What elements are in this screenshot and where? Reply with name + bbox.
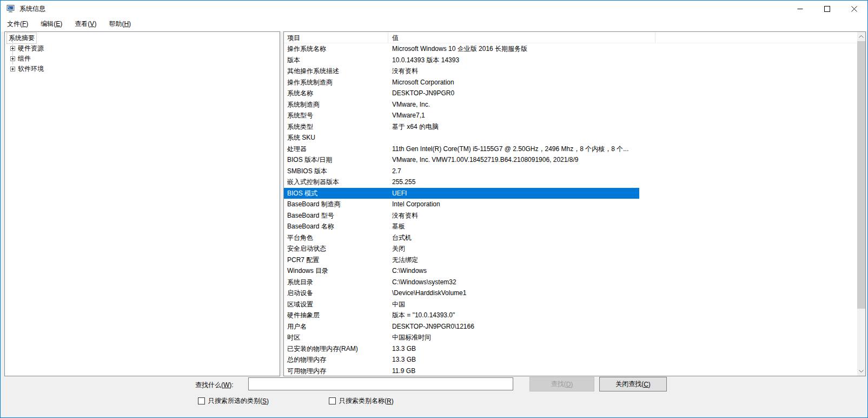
value-cell: Microsoft Corporation xyxy=(388,77,639,88)
item-cell: 已安装的物理内存(RAM) xyxy=(284,343,388,355)
table-row[interactable]: 系统型号VMware7,1 xyxy=(284,110,639,121)
table-row[interactable]: 时区中国标准时间 xyxy=(284,332,639,343)
scroll-up-button[interactable] xyxy=(857,32,865,41)
label-text: ) xyxy=(26,20,28,28)
tree-item[interactable]: 硬件资源 xyxy=(5,43,280,54)
table-row[interactable]: 总的物理内存13.3 GB xyxy=(284,354,639,365)
search-category-names-checkbox-row[interactable]: 只搜索类别名称(R) xyxy=(329,396,394,406)
window-title: 系统信息 xyxy=(19,4,45,14)
item-cell: 处理器 xyxy=(284,143,388,155)
menu-item-help[interactable]: 帮助(H) xyxy=(103,17,137,31)
close-icon xyxy=(851,6,857,12)
table-row[interactable]: BaseBoard 制造商Intel Corporation xyxy=(284,199,639,210)
value-cell: 没有资料 xyxy=(388,66,639,77)
close-button[interactable] xyxy=(840,1,867,17)
table-row[interactable]: 处理器11th Gen Intel(R) Core(TM) i5-1155G7 … xyxy=(284,143,639,155)
column-divider[interactable] xyxy=(388,32,388,43)
titlebar[interactable]: 系统信息 xyxy=(1,1,867,17)
chevron-up-icon xyxy=(859,35,864,38)
table-row[interactable]: 操作系统名称Microsoft Windows 10 企业版 2016 长期服务… xyxy=(284,43,639,55)
find-what-input[interactable] xyxy=(248,377,513,390)
value-cell: 关闭 xyxy=(388,243,639,254)
table-row[interactable]: Windows 目录C:\Windows xyxy=(284,265,639,277)
menu-item-edit[interactable]: 编辑(E) xyxy=(35,17,68,31)
close-find-button[interactable]: 关闭查找(C) xyxy=(599,377,667,391)
column-divider[interactable] xyxy=(655,32,655,43)
maximize-icon xyxy=(824,6,830,12)
checkbox-icon[interactable] xyxy=(329,397,336,404)
label-text: ) xyxy=(571,381,573,388)
tree-item-system-summary[interactable]: 系统摘要 xyxy=(7,33,36,43)
checkbox-icon[interactable] xyxy=(198,397,205,404)
value-cell: 2.7 xyxy=(388,166,639,177)
column-header-value[interactable]: 值 xyxy=(392,34,399,43)
table-row[interactable]: 启动设备\Device\HarddiskVolume1 xyxy=(284,288,639,299)
item-cell: Windows 目录 xyxy=(284,265,388,277)
scrollbar-thumb[interactable] xyxy=(857,41,865,309)
table-row[interactable]: 平台角色台式机 xyxy=(284,232,639,244)
label-text: H xyxy=(124,20,129,28)
plus-expand-icon[interactable] xyxy=(10,46,15,51)
find-button[interactable]: 查找(D) xyxy=(529,377,594,391)
tree-item[interactable]: 软件环境 xyxy=(5,64,280,74)
table-row[interactable]: PCR7 配置无法绑定 xyxy=(284,254,639,266)
label-text: ) xyxy=(129,20,131,28)
table-row[interactable]: BIOS 模式UEFI xyxy=(284,188,639,199)
value-cell: C:\Windows\system32 xyxy=(388,277,639,288)
table-row[interactable]: 区域设置中国 xyxy=(284,299,639,310)
table-row[interactable]: 已安装的物理内存(RAM)13.3 GB xyxy=(284,343,639,355)
search-selected-category-checkbox-row[interactable]: 只搜索所选的类别(S) xyxy=(198,396,269,406)
menu-item-view[interactable]: 查看(V) xyxy=(69,17,102,31)
table-row[interactable]: 系统制造商VMware, Inc. xyxy=(284,99,639,110)
item-cell: 操作系统制造商 xyxy=(284,77,388,88)
maximize-button[interactable] xyxy=(813,1,840,17)
detail-list-panel: 项目 值 操作系统名称Microsoft Windows 10 企业版 2016… xyxy=(283,31,866,376)
vertical-scrollbar[interactable] xyxy=(857,32,865,376)
menu-item-file[interactable]: 文件(F) xyxy=(1,17,34,31)
tree-item-label: 组件 xyxy=(18,54,31,63)
scroll-down-button[interactable] xyxy=(857,367,865,376)
find-what-label: 查找什么(W): xyxy=(195,381,234,390)
table-row[interactable]: 系统 SKU xyxy=(284,132,639,143)
item-cell: 系统类型 xyxy=(284,121,388,133)
table-row[interactable]: 系统名称DESKTOP-JN9PGR0 xyxy=(284,88,639,99)
table-row[interactable]: BaseBoard 名称基板 xyxy=(284,221,639,232)
table-row[interactable]: 操作系统制造商Microsoft Corporation xyxy=(284,77,639,88)
table-row[interactable]: 硬件抽象层版本 = "10.0.14393.0" xyxy=(284,310,639,321)
item-cell: 平台角色 xyxy=(284,232,388,244)
table-row[interactable]: BaseBoard 型号没有资料 xyxy=(284,210,639,221)
item-cell: PCR7 配置 xyxy=(284,254,388,266)
menubar: 文件(F)编辑(E)查看(V)帮助(H) xyxy=(1,17,867,31)
label-text: 只搜索类别名称( xyxy=(339,396,387,406)
table-row[interactable]: 系统类型基于 x64 的电脑 xyxy=(284,121,639,133)
label-text: ) xyxy=(267,397,269,405)
list-header: 项目 值 xyxy=(284,32,857,43)
table-row[interactable]: 嵌入式控制器版本255.255 xyxy=(284,177,639,188)
minimize-button[interactable] xyxy=(786,1,813,17)
table-row[interactable]: 可用物理内存11.9 GB xyxy=(284,365,639,377)
label-text: 查找( xyxy=(551,380,566,389)
item-cell: 系统 SKU xyxy=(284,132,388,143)
value-cell: 基板 xyxy=(388,221,639,232)
label-text: ) xyxy=(648,381,651,388)
table-row[interactable]: 版本10.0.14393 版本 14393 xyxy=(284,55,639,66)
tree-item[interactable]: 组件 xyxy=(5,54,280,64)
plus-expand-icon[interactable] xyxy=(10,56,15,61)
table-row[interactable]: 其他操作系统描述没有资料 xyxy=(284,66,639,77)
value-cell: 10.0.14393 版本 14393 xyxy=(388,55,639,66)
plus-expand-icon[interactable] xyxy=(10,67,15,71)
table-row[interactable]: SMBIOS 版本2.7 xyxy=(284,166,639,177)
tree-item-label: 软件环境 xyxy=(18,64,44,74)
table-row[interactable]: BIOS 版本/日期VMware, Inc. VMW71.00V.1845271… xyxy=(284,154,639,166)
table-row[interactable]: 安全启动状态关闭 xyxy=(284,243,639,254)
column-header-item[interactable]: 项目 xyxy=(287,34,300,43)
table-row[interactable]: 系统目录C:\Windows\system32 xyxy=(284,277,639,288)
item-cell: 系统制造商 xyxy=(284,99,388,110)
item-cell: 用户名 xyxy=(284,321,388,332)
value-cell: VMware7,1 xyxy=(388,110,639,121)
table-row[interactable]: 用户名DESKTOP-JN9PGR0\12166 xyxy=(284,321,639,332)
value-cell: 台式机 xyxy=(388,232,639,244)
value-cell: Intel Corporation xyxy=(388,199,639,210)
value-cell: 11.9 GB xyxy=(388,365,639,377)
label-text: 查看( xyxy=(75,20,90,28)
